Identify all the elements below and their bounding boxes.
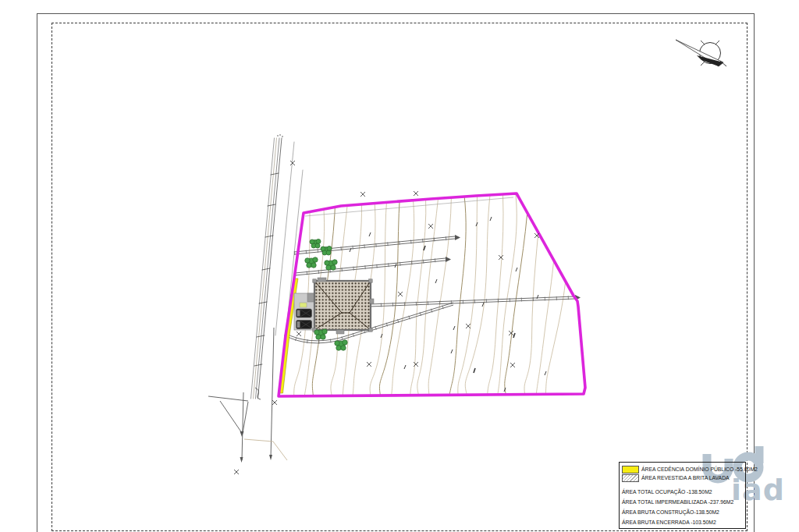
parked-car <box>297 309 312 317</box>
legend-swatch-hatch <box>622 474 639 482</box>
legend-label: ÁREA REVESTIDA A BRITA LAVADA <box>641 473 730 482</box>
legend-total-line: ÁREA TOTAL IMPERMEABILIZADA -237.96M2 <box>622 497 745 507</box>
tree-icon <box>335 340 347 350</box>
tree-icon <box>325 260 337 270</box>
legend-total-line: ÁREA BRUTA ENCERRADA -103.50M2 <box>622 517 745 527</box>
house-roof <box>314 281 371 330</box>
legend-total-line: ÁREA TOTAL OCUPAÇÃO -138.50M2 <box>622 487 745 497</box>
tree-icon <box>321 246 332 256</box>
parked-car <box>297 321 312 329</box>
legend-row-cession: ÁREA CEDÊNCIA DOMÍNIO PÚBLICO -55.00M2 <box>622 465 745 473</box>
compass-north-arrow-icon <box>676 40 726 66</box>
survey-lines <box>208 328 287 463</box>
tree-icon <box>314 329 327 339</box>
legend-box: ÁREA CEDÊNCIA DOMÍNIO PÚBLICO -55.00M2 Á… <box>619 462 746 529</box>
legend-swatch-yellow <box>622 466 639 473</box>
legend-row-gravel: ÁREA REVESTIDA A BRITA LAVADA <box>622 473 745 482</box>
legend-label: ÁREA CEDÊNCIA DOMÍNIO PÚBLICO -55.00M2 <box>641 465 758 473</box>
legend-total-line: ÁREA BRUTA CONSTRUÇÃO-138.50M2 <box>622 507 745 517</box>
survey-x-marks <box>234 161 539 474</box>
tree-icon <box>310 239 321 249</box>
legend-totals: ÁREA TOTAL OCUPAÇÃO -138.50M2 ÁREA TOTAL… <box>622 487 745 527</box>
building-footprint <box>294 278 374 334</box>
site-plan-page: { "drawing": { "north_arrow_icon": "comp… <box>0 0 799 532</box>
terrace-marker <box>300 303 307 307</box>
site-plan-drawing <box>0 0 799 532</box>
tree-icon <box>305 257 318 268</box>
